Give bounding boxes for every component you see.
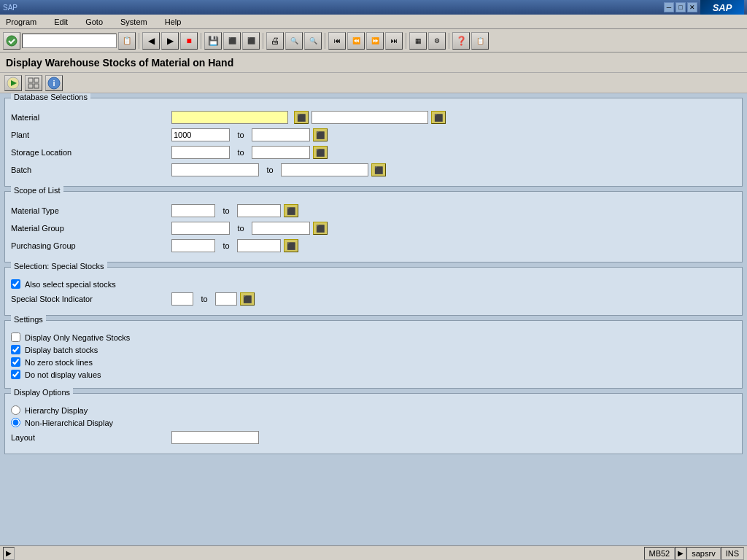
next-button[interactable]: ⏩ [366,32,384,50]
page-title-bar: Display Warehouse Stocks of Material on … [0,52,747,73]
material-group-to-label: to [230,224,252,233]
title-bar-left: SAP [3,4,18,12]
scope-of-list-section: Scope of List Material Type to ⬛ Materia… [4,191,743,262]
info-button[interactable]: i [45,75,63,91]
menu-help[interactable]: Help [162,16,185,28]
special-stock-indicator-from-input[interactable] [171,292,193,306]
neg-stocks-row: Display Only Negative Stocks [11,332,736,342]
neg-stocks-checkbox[interactable] [11,332,20,342]
material-type-range-button[interactable]: ⬛ [284,204,298,217]
separator-3 [263,33,263,49]
hierarchy-display-radio[interactable] [11,405,20,415]
minimize-button[interactable]: ─ [664,2,674,12]
sap-icon: SAP [3,4,18,12]
input-help-button[interactable]: 📋 [118,32,136,50]
display-options-section: Display Options Hierarchy Display Non-Hi… [4,393,743,454]
material-group-label: Material Group [11,224,171,233]
neg-stocks-label: Display Only Negative Stocks [25,333,130,342]
first-button[interactable]: ⏮ [328,32,346,50]
batch-label: Batch [11,166,171,174]
settings-section: Settings Display Only Negative Stocks Di… [4,320,743,389]
purchasing-group-range-button[interactable]: ⬛ [284,239,298,252]
special-stock-indicator-to-input[interactable] [215,292,237,306]
page-title: Display Warehouse Stocks of Material on … [6,57,233,69]
customize-button[interactable]: 📋 [471,32,489,50]
find-button[interactable]: 🔍 [285,32,303,50]
shortcut1-button[interactable]: ⬛ [223,32,241,50]
separator-2 [201,33,201,49]
svg-text:i: i [53,79,55,88]
maximize-button[interactable]: □ [676,2,686,12]
material-group-range-button[interactable]: ⬛ [313,222,328,235]
batch-stocks-row: Display batch stocks [11,345,736,354]
multiple-selection-button[interactable] [25,75,42,91]
material-type-to-label: to [215,206,237,215]
layout-row: Layout [11,430,736,445]
batch-to-label: to [259,166,281,174]
forward-button[interactable]: ▶ [161,32,179,50]
special-stock-indicator-range-button[interactable]: ⬛ [240,292,255,306]
status-nav-arrow[interactable]: ▶ [3,547,15,560]
purchasing-group-from-input[interactable] [171,239,215,252]
material-range-button[interactable]: ⬛ [294,111,309,124]
help-button[interactable]: ❓ [452,32,470,50]
status-nav-arrow2[interactable]: ▶ [675,547,686,560]
also-select-row: Also select special stocks [11,279,736,289]
plant-from-input[interactable] [171,128,230,141]
material-group-from-input[interactable] [171,222,230,235]
purchasing-group-to-input[interactable] [237,239,281,252]
material-input[interactable] [171,111,288,124]
ok-button[interactable] [3,32,20,50]
non-hierarchical-display-radio[interactable] [11,418,20,427]
plant-to-input[interactable] [252,128,310,141]
menu-edit[interactable]: Edit [51,16,71,28]
material-group-to-input[interactable] [252,222,310,235]
stop-button[interactable]: ■ [180,32,198,50]
storage-location-from-input[interactable] [171,146,230,159]
print-button[interactable]: 🖨 [266,32,284,50]
last-button[interactable]: ⏭ [385,32,403,50]
material-type-to-input[interactable] [237,204,281,217]
non-hierarchical-display-row: Non-Hierarchical Display [11,418,736,427]
svg-rect-4 [28,84,33,88]
menu-system[interactable]: System [117,16,150,28]
command-input[interactable] [22,34,117,48]
material-type-from-input[interactable] [171,204,215,217]
batch-to-input[interactable] [281,163,368,176]
grid-button[interactable]: ▦ [409,32,427,50]
prev-button[interactable]: ⏪ [347,32,365,50]
batch-from-input[interactable] [171,163,259,176]
plant-range-button[interactable]: ⬛ [313,128,328,141]
back-button[interactable]: ◀ [142,32,160,50]
plant-label: Plant [11,131,171,139]
purchasing-group-to-label: to [215,241,237,250]
batch-stocks-label: Display batch stocks [25,346,98,354]
material-range2-button[interactable]: ⬛ [431,111,446,124]
layout-input[interactable] [171,431,259,444]
separator-5 [406,33,406,49]
menu-program[interactable]: Program [3,16,39,28]
settings-button[interactable]: ⚙ [428,32,446,50]
material-to-input[interactable] [311,111,428,124]
shortcut2-button[interactable]: ⬛ [242,32,260,50]
batch-range-button[interactable]: ⬛ [371,163,386,176]
separator-6 [449,33,449,49]
batch-stocks-checkbox[interactable] [11,345,20,354]
hierarchy-display-label: Hierarchy Display [25,406,88,415]
menu-goto[interactable]: Goto [82,16,106,28]
storage-location-to-input[interactable] [252,146,310,159]
system-segment: sapsrv [686,547,720,560]
svg-rect-5 [34,84,39,88]
also-select-checkbox[interactable] [11,279,20,289]
find-next-button[interactable]: 🔍 [304,32,322,50]
status-bar: ▶ MB52 ▶ sapsrv INS [0,545,747,560]
menu-bar: Program Edit Goto System Help [0,15,747,29]
storage-location-range-button[interactable]: ⬛ [313,146,328,159]
save-button[interactable]: 💾 [204,32,222,50]
close-button[interactable]: ✕ [687,2,697,12]
mode-segment: INS [721,547,744,560]
no-display-values-checkbox[interactable] [11,370,20,379]
execute-button[interactable] [4,75,22,91]
purchasing-group-row: Purchasing Group to ⬛ [11,238,736,253]
zero-lines-checkbox[interactable] [11,357,20,367]
